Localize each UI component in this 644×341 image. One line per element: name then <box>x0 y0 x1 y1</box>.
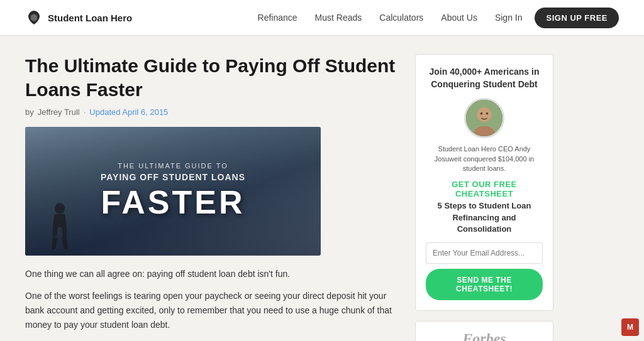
ceo-avatar <box>464 98 504 138</box>
image-title-line: Paying Off Student Loans <box>101 172 245 182</box>
article-column: The Ultimate Guide to Paying Off Student… <box>25 54 396 328</box>
silhouette-icon <box>44 199 75 256</box>
byline-prefix: by <box>25 107 34 117</box>
article-para-2: One of the worst feelings is tearing ope… <box>25 289 396 332</box>
header: Student Loan Hero Refinance Must Reads C… <box>0 0 644 35</box>
press-forbes: Forbes <box>426 330 543 341</box>
ceo-face-svg <box>466 98 502 138</box>
byline-author: Jeffrey Trull <box>38 107 80 117</box>
article-title: The Ultimate Guide to Paying Off Student… <box>25 54 396 101</box>
signup-button[interactable]: SIGN UP FREE <box>535 8 619 28</box>
sidebar: Join 40,000+ Americans in Conquering Stu… <box>415 54 553 328</box>
nav-must-reads[interactable]: Must Reads <box>315 13 362 23</box>
nav-calculators[interactable]: Calculators <box>379 13 423 23</box>
mcafee-badge: M <box>621 318 639 336</box>
article-hero-image: The Ultimate Guide to Paying Off Student… <box>25 127 321 256</box>
svg-point-5 <box>486 112 489 115</box>
byline-dot: · <box>84 107 86 117</box>
svg-point-4 <box>480 112 483 115</box>
logo-text: Student Loan Hero <box>48 13 132 23</box>
article-para-1: One thing we can all agree on: paying of… <box>25 267 396 281</box>
ceo-caption: Student Loan Hero CEO Andy Josuweit conq… <box>426 144 543 173</box>
nav-sign-in[interactable]: Sign In <box>495 13 523 23</box>
cta-headline: Join 40,000+ Americans in Conquering Stu… <box>426 66 543 90</box>
image-main-word: FASTER <box>101 183 245 221</box>
cta-box: Join 40,000+ Americans in Conquering Stu… <box>415 54 553 311</box>
svg-point-2 <box>477 107 492 122</box>
image-subtitle: The Ultimate Guide to <box>101 162 245 170</box>
nav-about-us[interactable]: About Us <box>441 13 477 23</box>
article-byline: by Jeffrey Trull · Updated April 6, 2015 <box>25 107 396 117</box>
cta-free-label: GET OUR FREE CHEATSHEET <box>426 180 543 198</box>
cheatsheet-button[interactable]: SEND ME THE CHEATSHEET! <box>426 269 543 300</box>
svg-point-0 <box>55 203 65 214</box>
logo-icon <box>25 9 43 26</box>
logo[interactable]: Student Loan Hero <box>25 9 132 26</box>
badge-label: M <box>627 323 633 332</box>
byline-date: Updated April 6, 2015 <box>89 107 168 117</box>
press-box: Forbes TechCrunch <box>415 321 553 341</box>
cta-steps-label: 5 Steps to Student Loan Refinancing and … <box>426 200 543 235</box>
nav-refinance[interactable]: Refinance <box>258 13 297 23</box>
image-text: The Ultimate Guide to Paying Off Student… <box>101 162 245 221</box>
email-input[interactable] <box>426 242 543 264</box>
main-nav: Refinance Must Reads Calculators About U… <box>258 13 523 23</box>
main-content: The Ultimate Guide to Paying Off Student… <box>0 35 644 341</box>
